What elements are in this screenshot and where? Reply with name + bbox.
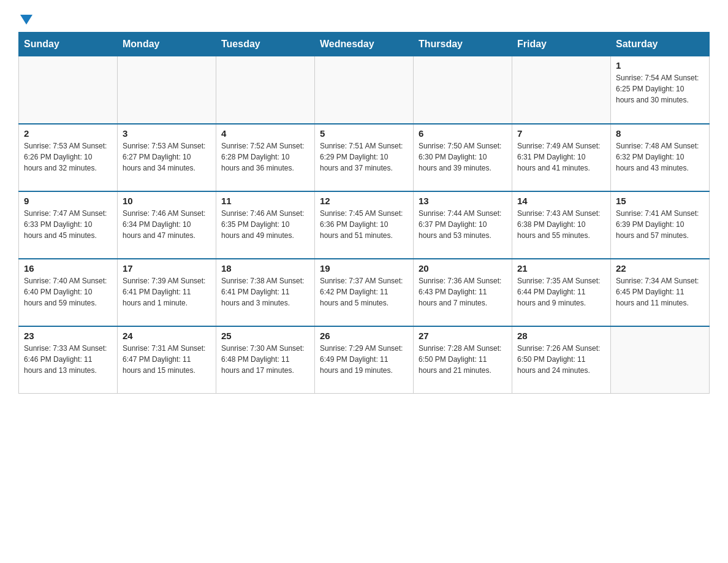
calendar-cell: 3Sunrise: 7:53 AM Sunset: 6:27 PM Daylig… [118, 124, 216, 191]
logo-arrow-icon [20, 15, 32, 25]
calendar-cell: 2Sunrise: 7:53 AM Sunset: 6:26 PM Daylig… [19, 124, 118, 191]
calendar-cell: 9Sunrise: 7:47 AM Sunset: 6:33 PM Daylig… [19, 191, 118, 259]
day-info: Sunrise: 7:46 AM Sunset: 6:35 PM Dayligh… [221, 208, 309, 241]
calendar-cell: 28Sunrise: 7:26 AM Sunset: 6:50 PM Dayli… [512, 326, 611, 394]
day-info: Sunrise: 7:30 AM Sunset: 6:48 PM Dayligh… [221, 343, 309, 376]
day-number: 6 [419, 128, 507, 139]
weekday-header-thursday: Thursday [414, 33, 512, 56]
day-info: Sunrise: 7:53 AM Sunset: 6:26 PM Dayligh… [24, 140, 112, 174]
day-info: Sunrise: 7:45 AM Sunset: 6:36 PM Dayligh… [320, 208, 408, 241]
day-info: Sunrise: 7:36 AM Sunset: 6:43 PM Dayligh… [419, 275, 507, 308]
day-number: 13 [419, 196, 507, 206]
day-number: 26 [320, 331, 408, 341]
day-number: 24 [123, 331, 211, 341]
calendar-cell: 13Sunrise: 7:44 AM Sunset: 6:37 PM Dayli… [414, 191, 512, 259]
weekday-header-saturday: Saturday [611, 33, 710, 56]
day-info: Sunrise: 7:31 AM Sunset: 6:47 PM Dayligh… [123, 343, 211, 376]
page-header [18, 12, 710, 22]
day-info: Sunrise: 7:33 AM Sunset: 6:46 PM Dayligh… [24, 343, 112, 376]
day-number: 12 [320, 196, 408, 206]
day-info: Sunrise: 7:40 AM Sunset: 6:40 PM Dayligh… [24, 275, 112, 308]
day-number: 20 [419, 263, 507, 274]
day-number: 2 [24, 128, 112, 139]
day-number: 19 [320, 263, 408, 274]
day-number: 3 [123, 128, 211, 139]
calendar-cell [118, 56, 216, 124]
week-row-1: 1Sunrise: 7:54 AM Sunset: 6:25 PM Daylig… [19, 56, 710, 124]
day-info: Sunrise: 7:50 AM Sunset: 6:30 PM Dayligh… [419, 140, 507, 174]
day-number: 28 [517, 331, 605, 341]
day-number: 23 [24, 331, 112, 341]
day-info: Sunrise: 7:26 AM Sunset: 6:50 PM Dayligh… [517, 343, 605, 376]
calendar-cell: 26Sunrise: 7:29 AM Sunset: 6:49 PM Dayli… [315, 326, 414, 394]
day-number: 9 [24, 196, 112, 206]
logo [18, 12, 32, 22]
day-info: Sunrise: 7:29 AM Sunset: 6:49 PM Dayligh… [320, 343, 408, 376]
day-info: Sunrise: 7:35 AM Sunset: 6:44 PM Dayligh… [517, 275, 605, 308]
calendar-cell [414, 56, 512, 124]
day-number: 27 [419, 331, 507, 341]
calendar-cell: 15Sunrise: 7:41 AM Sunset: 6:39 PM Dayli… [611, 191, 710, 259]
calendar-cell: 18Sunrise: 7:38 AM Sunset: 6:41 PM Dayli… [216, 259, 315, 326]
day-number: 16 [24, 263, 112, 274]
day-number: 8 [616, 128, 704, 139]
week-row-3: 9Sunrise: 7:47 AM Sunset: 6:33 PM Daylig… [19, 191, 710, 259]
calendar-cell: 23Sunrise: 7:33 AM Sunset: 6:46 PM Dayli… [19, 326, 118, 394]
calendar-cell: 1Sunrise: 7:54 AM Sunset: 6:25 PM Daylig… [611, 56, 710, 124]
calendar-cell: 22Sunrise: 7:34 AM Sunset: 6:45 PM Dayli… [611, 259, 710, 326]
day-number: 21 [517, 263, 605, 274]
weekday-header-tuesday: Tuesday [216, 33, 315, 56]
calendar-cell: 10Sunrise: 7:46 AM Sunset: 6:34 PM Dayli… [118, 191, 216, 259]
calendar-cell [315, 56, 414, 124]
calendar-cell: 16Sunrise: 7:40 AM Sunset: 6:40 PM Dayli… [19, 259, 118, 326]
calendar-cell: 8Sunrise: 7:48 AM Sunset: 6:32 PM Daylig… [611, 124, 710, 191]
day-info: Sunrise: 7:48 AM Sunset: 6:32 PM Dayligh… [616, 140, 704, 174]
day-info: Sunrise: 7:41 AM Sunset: 6:39 PM Dayligh… [616, 208, 704, 241]
calendar-cell [19, 56, 118, 124]
day-number: 1 [616, 60, 704, 71]
calendar-cell: 11Sunrise: 7:46 AM Sunset: 6:35 PM Dayli… [216, 191, 315, 259]
day-number: 14 [517, 196, 605, 206]
day-info: Sunrise: 7:53 AM Sunset: 6:27 PM Dayligh… [123, 140, 211, 174]
week-row-5: 23Sunrise: 7:33 AM Sunset: 6:46 PM Dayli… [19, 326, 710, 394]
day-info: Sunrise: 7:47 AM Sunset: 6:33 PM Dayligh… [24, 208, 112, 241]
day-number: 4 [221, 128, 309, 139]
day-info: Sunrise: 7:37 AM Sunset: 6:42 PM Dayligh… [320, 275, 408, 308]
weekday-header-monday: Monday [118, 33, 216, 56]
day-info: Sunrise: 7:54 AM Sunset: 6:25 PM Dayligh… [616, 72, 704, 105]
calendar-cell: 24Sunrise: 7:31 AM Sunset: 6:47 PM Dayli… [118, 326, 216, 394]
weekday-header-sunday: Sunday [19, 33, 118, 56]
day-info: Sunrise: 7:51 AM Sunset: 6:29 PM Dayligh… [320, 140, 408, 174]
calendar-cell: 5Sunrise: 7:51 AM Sunset: 6:29 PM Daylig… [315, 124, 414, 191]
calendar-cell: 25Sunrise: 7:30 AM Sunset: 6:48 PM Dayli… [216, 326, 315, 394]
calendar-cell: 21Sunrise: 7:35 AM Sunset: 6:44 PM Dayli… [512, 259, 611, 326]
day-number: 11 [221, 196, 309, 206]
day-number: 22 [616, 263, 704, 274]
day-number: 7 [517, 128, 605, 139]
day-info: Sunrise: 7:38 AM Sunset: 6:41 PM Dayligh… [221, 275, 309, 308]
week-row-2: 2Sunrise: 7:53 AM Sunset: 6:26 PM Daylig… [19, 124, 710, 191]
day-number: 25 [221, 331, 309, 341]
day-number: 10 [123, 196, 211, 206]
calendar-cell [216, 56, 315, 124]
day-info: Sunrise: 7:43 AM Sunset: 6:38 PM Dayligh… [517, 208, 605, 241]
day-info: Sunrise: 7:46 AM Sunset: 6:34 PM Dayligh… [123, 208, 211, 241]
day-info: Sunrise: 7:52 AM Sunset: 6:28 PM Dayligh… [221, 140, 309, 174]
calendar-cell: 4Sunrise: 7:52 AM Sunset: 6:28 PM Daylig… [216, 124, 315, 191]
calendar-table: SundayMondayTuesdayWednesdayThursdayFrid… [18, 32, 710, 394]
calendar-cell: 14Sunrise: 7:43 AM Sunset: 6:38 PM Dayli… [512, 191, 611, 259]
calendar-cell [512, 56, 611, 124]
calendar-cell: 27Sunrise: 7:28 AM Sunset: 6:50 PM Dayli… [414, 326, 512, 394]
day-number: 17 [123, 263, 211, 274]
calendar-cell: 19Sunrise: 7:37 AM Sunset: 6:42 PM Dayli… [315, 259, 414, 326]
day-info: Sunrise: 7:44 AM Sunset: 6:37 PM Dayligh… [419, 208, 507, 241]
calendar-cell: 20Sunrise: 7:36 AM Sunset: 6:43 PM Dayli… [414, 259, 512, 326]
day-info: Sunrise: 7:34 AM Sunset: 6:45 PM Dayligh… [616, 275, 704, 308]
calendar-cell [611, 326, 710, 394]
calendar-cell: 12Sunrise: 7:45 AM Sunset: 6:36 PM Dayli… [315, 191, 414, 259]
calendar-cell: 7Sunrise: 7:49 AM Sunset: 6:31 PM Daylig… [512, 124, 611, 191]
weekday-header-friday: Friday [512, 33, 611, 56]
day-number: 15 [616, 196, 704, 206]
day-number: 18 [221, 263, 309, 274]
calendar-cell: 6Sunrise: 7:50 AM Sunset: 6:30 PM Daylig… [414, 124, 512, 191]
